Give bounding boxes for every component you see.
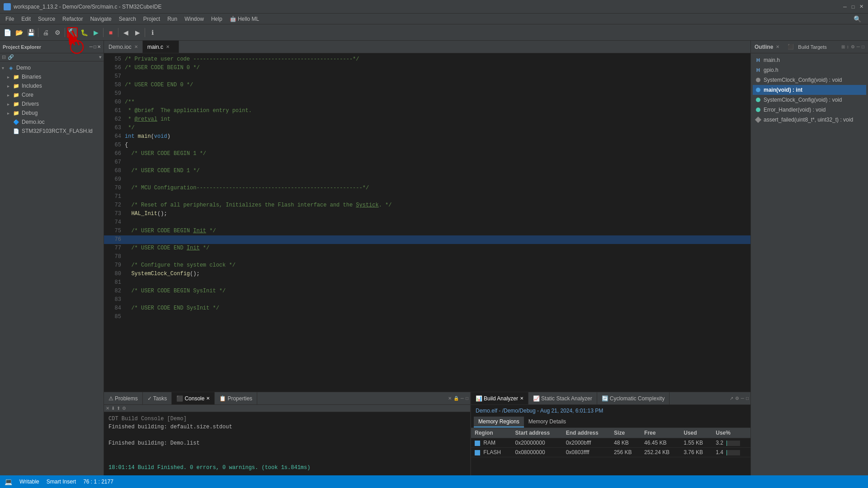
menu-edit[interactable]: Edit <box>18 15 34 23</box>
tree-item-demo-ioc[interactable]: 🔷 Demo.ioc <box>0 117 104 127</box>
code-editor[interactable]: 55 /* Private user code ----------------… <box>104 53 750 392</box>
search-icon[interactable]: 🔍 <box>852 14 863 24</box>
console-minimize[interactable]: ─ <box>461 396 464 401</box>
save-button[interactable]: 💾 <box>25 27 36 38</box>
code-line-70: 70 /* MCU Configuration-----------------… <box>104 184 750 192</box>
outline-sysclock-config[interactable]: SystemClock_Config(void) : void <box>753 75 866 85</box>
console-toolbar-btn2[interactable]: ⬇ <box>111 406 115 411</box>
console-clear[interactable]: ✕ <box>448 396 452 401</box>
tab-console[interactable]: ⬛ Console ✕ <box>172 392 215 404</box>
sidebar-maximize[interactable]: □ <box>94 44 96 49</box>
outline-main[interactable]: main(void) : int <box>753 85 866 95</box>
console-toolbar-btn4[interactable]: ⚙ <box>122 406 126 411</box>
tab-main-c-close[interactable]: ✕ <box>166 44 170 49</box>
tree-item-demo[interactable]: ▾ ◈ Demo <box>0 63 104 72</box>
tab-build-analyzer-label: Build Analyzer <box>484 395 518 402</box>
outline-sysclock-config-2[interactable]: SystemClock_Config(void) : void <box>753 95 866 105</box>
sidebar-menu[interactable]: ▾ <box>99 54 102 60</box>
sidebar-collapse-all[interactable]: ⊟ <box>2 54 6 60</box>
outline-minimize[interactable]: ─ <box>857 44 860 49</box>
outline-main-h[interactable]: H main.h <box>753 55 866 65</box>
tab-cyclomatic[interactable]: 🔄 Cyclomatic Complexity <box>597 392 670 404</box>
menu-file[interactable]: File <box>2 15 18 23</box>
menu-help[interactable]: Help <box>208 15 226 23</box>
col-use-pct: Use% <box>712 428 750 438</box>
console-toolbar-btn3[interactable]: ⬆ <box>117 406 120 411</box>
console-toolbar-btn1[interactable]: ✕ <box>106 406 109 411</box>
minimize-button[interactable]: ─ <box>842 4 848 10</box>
tab-properties-label: Properties <box>227 395 252 402</box>
build-button[interactable]: 🔨 <box>67 27 78 38</box>
outline-content: H main.h H gpio.h SystemClock_Config(voi… <box>751 53 868 475</box>
tree-item-debug[interactable]: ▸ 📁 Debug <box>0 108 104 117</box>
debug-button[interactable]: 🐛 <box>79 27 90 38</box>
menu-run[interactable]: Run <box>164 15 181 23</box>
print-button[interactable]: 🖨 <box>40 27 51 38</box>
console-scroll-lock[interactable]: 🔒 <box>453 396 459 401</box>
code-line-78: 78 <box>104 253 750 261</box>
outline-assert-failed[interactable]: assert_failed(uint8_t*, uint32_t) : void <box>753 115 866 125</box>
console-maximize[interactable]: □ <box>466 396 468 401</box>
menu-window[interactable]: Window <box>181 15 208 23</box>
info-button[interactable]: ℹ <box>147 27 158 38</box>
tab-properties[interactable]: 📋 Properties <box>215 392 257 404</box>
cyclomatic-icon: 🔄 <box>602 395 609 402</box>
status-writable: Writable <box>19 479 39 485</box>
memory-details-tab[interactable]: Memory Details <box>524 417 571 427</box>
new-button[interactable]: 📄 <box>2 27 13 38</box>
tree-item-core[interactable]: ▸ 📁 Core <box>0 90 104 99</box>
tab-console-close[interactable]: ✕ <box>206 396 210 401</box>
ba-export[interactable]: ↗ <box>730 396 733 401</box>
build-targets-tab[interactable]: ⬛ <box>788 44 794 50</box>
flash-bar <box>726 450 740 455</box>
code-line-73: 73 HAL_Init(); <box>104 210 750 218</box>
code-line-84: 84 /* USER CODE END SysInit */ <box>104 304 750 313</box>
ba-minimize[interactable]: ─ <box>741 396 744 401</box>
separator-4 <box>118 28 118 37</box>
menu-navigate[interactable]: Navigate <box>86 15 115 23</box>
menu-refactor[interactable]: Refactor <box>59 15 86 23</box>
sidebar-close[interactable]: ✕ <box>97 44 101 49</box>
tab-build-analyzer[interactable]: 📊 Build Analyzer ✕ <box>471 392 528 404</box>
tree-item-binaries[interactable]: ▸ 📁 Binaries <box>0 72 104 81</box>
stop-button[interactable]: ■ <box>105 27 116 38</box>
memory-regions-tab[interactable]: Memory Regions <box>474 417 524 427</box>
menu-project[interactable]: Project <box>140 15 164 23</box>
outline-panel: Outline ✕ ⬛ Build Targets ⊞ ↕ ⚙ ─ □ H ma… <box>750 41 868 475</box>
outline-error-handler[interactable]: Error_Handler(void) : void <box>753 105 866 115</box>
tree-item-linker[interactable]: 📄 STM32F103RCTX_FLASH.ld <box>0 127 104 136</box>
forward-button[interactable]: ▶ <box>132 27 143 38</box>
bottom-left-panel: ⚠ Problems ✓ Tasks ⬛ Console ✕ <box>104 392 470 475</box>
tab-build-analyzer-close[interactable]: ✕ <box>520 396 524 401</box>
back-button[interactable]: ◀ <box>120 27 131 38</box>
menu-search[interactable]: Search <box>115 15 140 23</box>
outline-maximize[interactable]: □ <box>862 44 864 49</box>
outline-gpio-h[interactable]: H gpio.h <box>753 65 866 75</box>
tab-demo-ioc[interactable]: Demo.ioc ✕ <box>104 41 143 53</box>
tab-problems[interactable]: ⚠ Problems <box>104 392 143 404</box>
maximize-button[interactable]: □ <box>850 4 856 10</box>
tab-tasks[interactable]: ✓ Tasks <box>143 392 172 404</box>
sidebar-link-editor[interactable]: 🔗 <box>8 54 14 60</box>
ram-used: 1.55 KB <box>680 438 712 448</box>
tab-static-stack[interactable]: 📈 Static Stack Analyzer <box>528 392 597 404</box>
outline-ctrl-3[interactable]: ⚙ <box>851 44 855 49</box>
close-button[interactable]: ✕ <box>858 4 864 10</box>
outline-ctrl-2[interactable]: ↕ <box>847 44 849 49</box>
properties-button[interactable]: ⚙ <box>52 27 63 38</box>
outline-ctrl-1[interactable]: ⊞ <box>841 44 845 49</box>
code-line-80: 80 SystemClock_Config(); <box>104 270 750 278</box>
tab-main-c[interactable]: main.c ✕ <box>143 41 179 53</box>
ba-maximize[interactable]: □ <box>746 396 749 401</box>
outline-close[interactable]: ✕ <box>776 44 779 49</box>
run-button[interactable]: ▶ <box>90 27 101 38</box>
tree-item-includes[interactable]: ▸ 📁 Includes <box>0 81 104 90</box>
menu-helloml[interactable]: 🤖 Hello ML <box>226 15 263 23</box>
menu-source[interactable]: Source <box>34 15 59 23</box>
ba-settings[interactable]: ⚙ <box>735 396 739 401</box>
tab-demo-ioc-close[interactable]: ✕ <box>134 44 138 49</box>
sidebar-minimize[interactable]: ─ <box>90 44 93 49</box>
tree-item-drivers[interactable]: ▸ 📁 Drivers <box>0 99 104 108</box>
bottom-area: ⚠ Problems ✓ Tasks ⬛ Console ✕ <box>104 392 750 475</box>
open-button[interactable]: 📂 <box>14 27 24 38</box>
